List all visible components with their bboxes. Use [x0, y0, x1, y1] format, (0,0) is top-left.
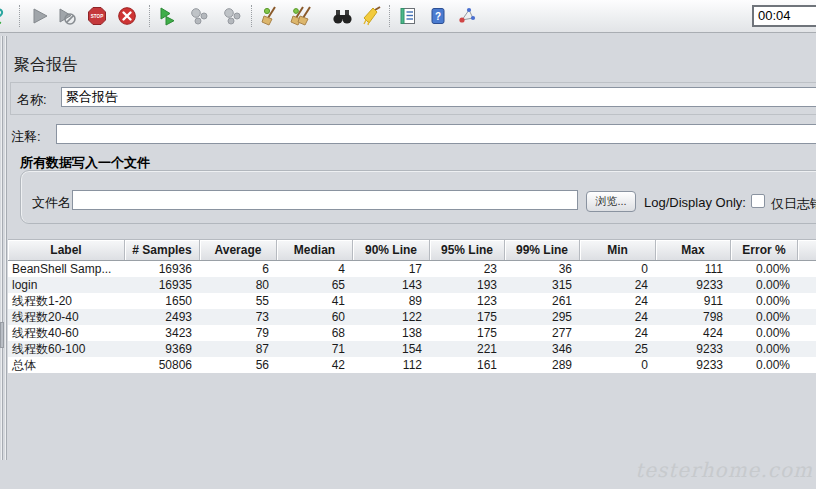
- comments-input[interactable]: [56, 124, 816, 144]
- column-header: Label: [8, 240, 125, 260]
- table-cell: 261: [505, 293, 580, 309]
- table-cell: 65: [277, 277, 353, 293]
- table-cell: 0.00%: [731, 309, 798, 325]
- column-header: Median: [277, 240, 353, 260]
- log-display-only-label: Log/Display Only:: [644, 195, 746, 210]
- remote-stop-all-icon[interactable]: [189, 6, 209, 26]
- table-cell: 24: [580, 277, 656, 293]
- help-icon[interactable]: ?: [428, 6, 448, 26]
- table-cell: 295: [505, 309, 580, 325]
- tree-panel-splitter[interactable]: [2, 36, 3, 460]
- search-icon[interactable]: [331, 6, 351, 26]
- remote-start-all-icon[interactable]: [158, 6, 178, 26]
- filename-input[interactable]: [72, 190, 578, 210]
- start-no-pauses-icon[interactable]: [57, 6, 77, 26]
- table-row[interactable]: 总体508065642112161289092330.00%: [8, 357, 816, 373]
- errors-only-checkbox[interactable]: [751, 194, 765, 208]
- tree-panel-splitter[interactable]: [6, 36, 7, 460]
- splitter-handle[interactable]: [0, 322, 4, 348]
- templates-partial-icon[interactable]: [0, 6, 11, 26]
- function-helper-icon[interactable]: [398, 6, 418, 26]
- table-cell: 0.00%: [731, 341, 798, 357]
- table-cell: 315: [505, 277, 580, 293]
- table-cell: [798, 261, 816, 277]
- table-row[interactable]: 线程数40-6034237968138175277244240.00%: [8, 325, 816, 341]
- table-cell: [798, 341, 816, 357]
- table-cell: 2493: [125, 309, 200, 325]
- column-header: Average: [200, 240, 277, 260]
- column-header: Max: [656, 240, 731, 260]
- table-cell: 线程数40-60: [8, 325, 125, 341]
- toolbar-separator: [19, 5, 20, 27]
- stop-icon[interactable]: STOP: [87, 6, 107, 26]
- table-cell: 798: [656, 309, 731, 325]
- table-cell: 0.00%: [731, 261, 798, 277]
- table-cell: [798, 277, 816, 293]
- remote-shutdown-all-icon[interactable]: [222, 6, 242, 26]
- table-cell: 112: [353, 357, 430, 373]
- table-cell: 68: [277, 325, 353, 341]
- table-cell: 线程数20-40: [8, 309, 125, 325]
- toolbar: STOP ?: [0, 0, 816, 33]
- table-cell: 73: [200, 309, 277, 325]
- table-row[interactable]: 线程数1-201650554189123261249110.00%: [8, 293, 816, 309]
- table-cell: 4: [277, 261, 353, 277]
- column-header: 95% Line: [430, 240, 505, 260]
- column-header: 90% Line: [353, 240, 430, 260]
- table-cell: 175: [430, 325, 505, 341]
- table-cell: 16936: [125, 261, 200, 277]
- table-row[interactable]: login1693580651431933152492330.00%: [8, 277, 816, 293]
- jmeter-window: STOP ?: [0, 0, 816, 489]
- table-cell: 911: [656, 293, 731, 309]
- table-cell: 0.00%: [731, 357, 798, 373]
- column-header: Error %: [731, 240, 798, 260]
- about-icon[interactable]: [456, 6, 476, 26]
- table-cell: login: [8, 277, 125, 293]
- table-cell: 线程数1-20: [8, 293, 125, 309]
- svg-text:?: ?: [435, 11, 441, 22]
- table-cell: 1650: [125, 293, 200, 309]
- table-cell: 9369: [125, 341, 200, 357]
- table-cell: 24: [580, 293, 656, 309]
- table-cell: 424: [656, 325, 731, 341]
- table-row[interactable]: BeanShell Samp...169366417233601110.00%: [8, 261, 816, 277]
- column-header: T: [798, 240, 816, 260]
- table-cell: 36: [505, 261, 580, 277]
- column-header: # Samples: [125, 240, 200, 260]
- page-title: 聚合报告: [14, 55, 78, 76]
- table-cell: 138: [353, 325, 430, 341]
- table-cell: 线程数60-100: [8, 341, 125, 357]
- table-row[interactable]: 线程数60-100936987711542213462592330.00%: [8, 341, 816, 357]
- test-duration-timer: 00:04: [752, 5, 816, 27]
- table-cell: 总体: [8, 357, 125, 373]
- name-input[interactable]: [61, 87, 816, 107]
- table-cell: 23: [430, 261, 505, 277]
- table-cell: 289: [505, 357, 580, 373]
- stop-icon-text: STOP: [91, 14, 103, 19]
- name-label: 名称:: [17, 91, 47, 109]
- clear-all-icon[interactable]: [290, 6, 310, 26]
- table-cell: 9233: [656, 341, 731, 357]
- table-cell: 221: [430, 341, 505, 357]
- toolbar-separator: [251, 5, 252, 27]
- table-cell: 175: [430, 309, 505, 325]
- table-cell: 3423: [125, 325, 200, 341]
- table-cell: 346: [505, 341, 580, 357]
- errors-only-label: 仅日志错: [771, 195, 816, 213]
- table-cell: 71: [277, 341, 353, 357]
- shutdown-icon[interactable]: [117, 6, 137, 26]
- search-reset-icon[interactable]: [360, 6, 380, 26]
- browse-button[interactable]: 浏览...: [586, 191, 636, 212]
- column-header: Min: [580, 240, 656, 260]
- table-cell: BeanShell Samp...: [8, 261, 125, 277]
- table-cell: 9233: [656, 357, 731, 373]
- clear-icon[interactable]: [260, 6, 280, 26]
- start-icon[interactable]: [30, 6, 50, 26]
- table-cell: 161: [430, 357, 505, 373]
- column-header: 99% Line: [505, 240, 580, 260]
- table-cell: [798, 293, 816, 309]
- table-row[interactable]: 线程数20-4024937360122175295247980.00%: [8, 309, 816, 325]
- aggregate-report-table: Label# SamplesAverageMedian90% Line95% L…: [8, 239, 816, 373]
- table-cell: 0: [580, 357, 656, 373]
- table-cell: 79: [200, 325, 277, 341]
